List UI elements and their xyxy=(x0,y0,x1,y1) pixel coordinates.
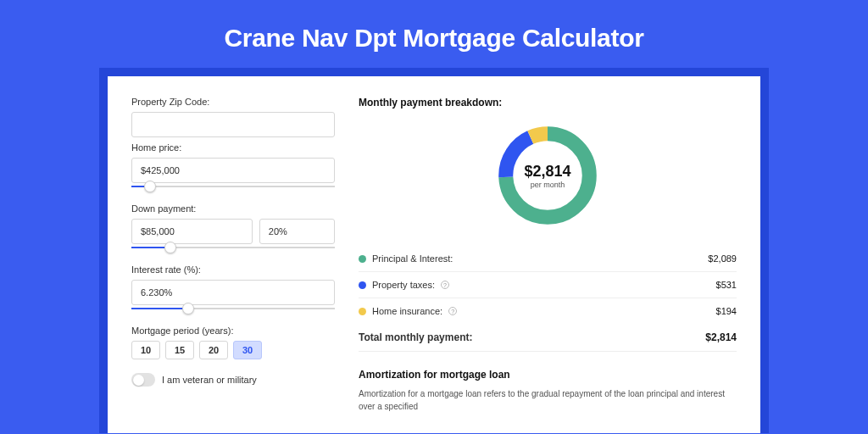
period-btn-30[interactable]: 30 xyxy=(233,341,262,359)
legend-dot-icon xyxy=(359,308,366,315)
downpayment-amount-input[interactable] xyxy=(131,219,253,244)
row-label: Home insurance: xyxy=(372,306,442,316)
veteran-label: I am veteran or military xyxy=(162,375,257,385)
row-value: $531 xyxy=(716,280,737,290)
help-icon[interactable]: ? xyxy=(448,307,457,315)
rate-slider-handle[interactable] xyxy=(182,303,194,314)
rate-label: Interest rate (%): xyxy=(131,264,335,275)
page-title: Crane Nav Dpt Mortgage Calculator xyxy=(0,0,868,68)
total-row: Total monthly payment: $2,814 xyxy=(359,324,737,352)
veteran-toggle[interactable] xyxy=(131,373,155,387)
breakdown-rows: Principal & Interest:$2,089Property taxe… xyxy=(359,246,737,324)
breakdown-title: Monthly payment breakdown: xyxy=(359,97,737,108)
price-slider[interactable] xyxy=(131,183,335,195)
period-label: Mortgage period (years): xyxy=(131,326,335,336)
breakdown-row: Home insurance:?$194 xyxy=(359,298,737,324)
field-zip: Property Zip Code: xyxy=(131,97,335,137)
donut-chart-wrap: $2,814 per month xyxy=(359,120,737,231)
row-value: $2,089 xyxy=(708,253,737,264)
field-period: Mortgage period (years): 10152030 xyxy=(131,326,335,359)
input-column: Property Zip Code: Home price: Down paym… xyxy=(131,97,335,413)
row-label: Principal & Interest: xyxy=(372,253,453,264)
amortization-title: Amortization for mortgage loan xyxy=(359,369,737,381)
downpayment-label: Down payment: xyxy=(131,203,335,214)
total-label: Total monthly payment: xyxy=(359,331,472,343)
downpayment-slider[interactable] xyxy=(131,244,335,256)
price-label: Home price: xyxy=(131,142,335,153)
field-downpayment: Down payment: xyxy=(131,203,335,256)
donut-center: $2,814 per month xyxy=(524,163,570,189)
amortization-text: Amortization for a mortgage loan refers … xyxy=(359,387,737,413)
toggle-knob xyxy=(133,375,144,386)
donut-amount: $2,814 xyxy=(524,163,570,181)
donut-chart: $2,814 per month xyxy=(492,120,603,231)
price-input[interactable] xyxy=(131,158,335,183)
breakdown-row: Principal & Interest:$2,089 xyxy=(359,246,737,272)
total-value: $2,814 xyxy=(705,331,737,343)
downpayment-pct-input[interactable] xyxy=(259,219,335,244)
field-price: Home price: xyxy=(131,142,335,195)
outer-frame: Property Zip Code: Home price: Down paym… xyxy=(99,68,769,433)
field-rate: Interest rate (%): xyxy=(131,264,335,317)
row-value: $194 xyxy=(716,306,737,316)
rate-slider[interactable] xyxy=(131,305,335,317)
row-label: Property taxes: xyxy=(372,280,435,290)
zip-input[interactable] xyxy=(131,112,335,137)
zip-label: Property Zip Code: xyxy=(131,97,335,107)
help-icon[interactable]: ? xyxy=(441,281,449,289)
legend-dot-icon xyxy=(359,281,366,289)
period-button-group: 10152030 xyxy=(131,341,335,359)
calculator-panel: Property Zip Code: Home price: Down paym… xyxy=(108,76,760,433)
downpayment-slider-handle[interactable] xyxy=(164,242,176,253)
rate-input[interactable] xyxy=(131,280,335,305)
period-btn-15[interactable]: 15 xyxy=(165,341,194,359)
donut-sub: per month xyxy=(524,181,570,189)
legend-dot-icon xyxy=(359,255,366,263)
period-btn-20[interactable]: 20 xyxy=(199,341,228,359)
breakdown-column: Monthly payment breakdown: $2,814 per mo… xyxy=(359,97,737,413)
breakdown-row: Property taxes:?$531 xyxy=(359,272,737,298)
price-slider-handle[interactable] xyxy=(144,181,156,192)
period-btn-10[interactable]: 10 xyxy=(131,341,160,359)
veteran-row: I am veteran or military xyxy=(131,373,335,387)
